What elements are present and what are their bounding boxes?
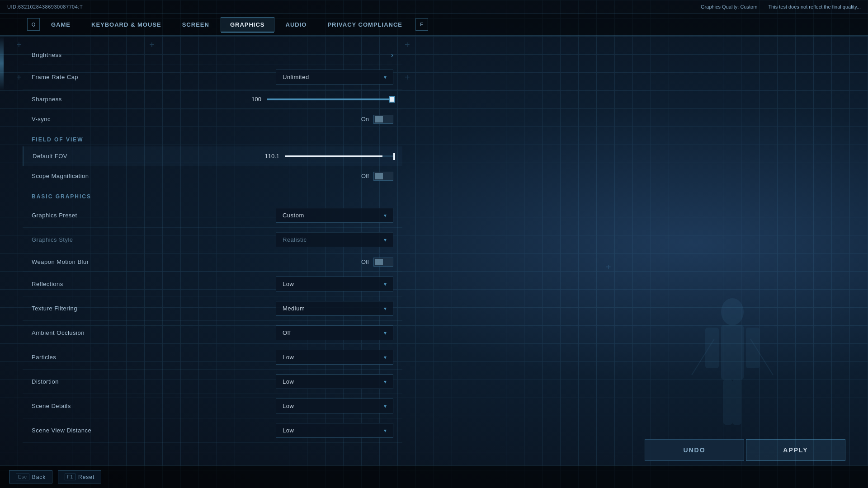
undo-button[interactable]: UNDO bbox=[645, 439, 744, 461]
graphics-style-label: Graphics Style bbox=[32, 236, 276, 243]
nav-icon-left[interactable]: Q bbox=[27, 18, 40, 31]
tab-privacy[interactable]: PRIVACY COMPLIANCE bbox=[318, 17, 412, 32]
scene-details-chevron-icon: ▾ bbox=[384, 403, 387, 409]
sharpness-label: Sharpness bbox=[32, 96, 245, 103]
distortion-row: Distortion Low ▾ bbox=[23, 370, 402, 394]
frame-rate-value: Unlimited bbox=[283, 74, 309, 80]
crosshair-top-left: + bbox=[16, 40, 22, 50]
graphics-style-chevron-icon: ▾ bbox=[384, 237, 387, 243]
graphics-preset-chevron-icon: ▾ bbox=[384, 212, 387, 219]
vsync-toggle-knob bbox=[375, 116, 383, 122]
texture-filtering-label: Texture Filtering bbox=[32, 305, 276, 312]
scope-label: Scope Magnification bbox=[32, 173, 361, 179]
sharpness-slider[interactable] bbox=[267, 99, 393, 100]
back-button[interactable]: Esc Back bbox=[9, 470, 52, 483]
fov-value: 110.1 bbox=[264, 153, 279, 160]
scope-toggle-knob bbox=[375, 173, 383, 179]
scene-details-row: Scene Details Low ▾ bbox=[23, 394, 402, 418]
weapon-blur-toggle[interactable] bbox=[373, 258, 393, 267]
crosshair-mid-right: + bbox=[405, 72, 410, 83]
sharpness-slider-container: 100 bbox=[245, 96, 393, 103]
main-container: + + + + + + UID:63210284386930087704:T G… bbox=[0, 0, 868, 488]
texture-filtering-value: Medium bbox=[283, 305, 305, 312]
weapon-blur-toggle-container: Off bbox=[361, 258, 393, 267]
particles-label: Particles bbox=[32, 354, 276, 361]
sharpness-value: 100 bbox=[245, 96, 261, 103]
scene-details-dropdown[interactable]: Low ▾ bbox=[276, 399, 393, 413]
reset-button[interactable]: F1 Reset bbox=[58, 470, 101, 483]
frame-rate-cap-row: Frame Rate Cap Unlimited ▾ bbox=[23, 65, 402, 89]
weapon-motion-blur-row: Weapon Motion Blur Off bbox=[23, 252, 402, 272]
tab-keyboard[interactable]: KEYBOARD & MOUSE bbox=[82, 17, 171, 32]
top-bar: UID:63210284386930087704:T Graphics Qual… bbox=[0, 0, 868, 14]
tab-graphics[interactable]: GRAPHICS bbox=[221, 17, 274, 32]
back-label: Back bbox=[32, 474, 46, 480]
particles-dropdown[interactable]: Low ▾ bbox=[276, 350, 393, 365]
vsync-row: V-sync On bbox=[23, 109, 402, 129]
weapon-blur-value: Off bbox=[361, 258, 369, 265]
graphics-style-row: Graphics Style Realistic ▾ bbox=[23, 228, 402, 252]
reflections-row: Reflections Low ▾ bbox=[23, 272, 402, 296]
default-fov-label: Default FOV bbox=[33, 153, 264, 160]
reflections-label: Reflections bbox=[32, 281, 276, 287]
ambient-occlusion-chevron-icon: ▾ bbox=[384, 330, 387, 336]
ambient-occlusion-dropdown[interactable]: Off ▾ bbox=[276, 325, 393, 340]
bottom-bar: Esc Back F1 Reset bbox=[0, 465, 868, 488]
scope-magnification-row: Scope Magnification Off bbox=[23, 166, 402, 186]
reflections-chevron-icon: ▾ bbox=[384, 281, 387, 287]
settings-panel: Brightness › Frame Rate Cap Unlimited ▾ … bbox=[23, 36, 402, 465]
reset-label: Reset bbox=[78, 474, 94, 480]
tab-game[interactable]: GAME bbox=[42, 17, 80, 32]
sharpness-fill bbox=[267, 99, 393, 100]
graphics-preset-dropdown[interactable]: Custom ▾ bbox=[276, 208, 393, 223]
texture-filtering-dropdown[interactable]: Medium ▾ bbox=[276, 301, 393, 316]
graphics-style-dropdown[interactable]: Realistic ▾ bbox=[276, 232, 393, 247]
quality-info: Graphics Quality: Custom This test does … bbox=[701, 4, 861, 9]
crosshair-top-right: + bbox=[405, 40, 410, 50]
frame-rate-dropdown[interactable]: Unlimited ▾ bbox=[276, 70, 393, 84]
fov-fill bbox=[285, 155, 382, 157]
svg-rect-3 bbox=[746, 328, 760, 368]
vsync-toggle-container: On bbox=[361, 115, 393, 124]
character-silhouette bbox=[687, 285, 778, 465]
scope-toggle[interactable] bbox=[373, 172, 393, 181]
weapon-blur-knob bbox=[375, 259, 383, 265]
reflections-dropdown[interactable]: Low ▾ bbox=[276, 277, 393, 291]
default-fov-row: Default FOV 110.1 bbox=[23, 146, 402, 166]
distortion-value: Low bbox=[283, 378, 294, 385]
distortion-dropdown[interactable]: Low ▾ bbox=[276, 374, 393, 389]
scene-view-distance-dropdown[interactable]: Low ▾ bbox=[276, 423, 393, 438]
weapon-blur-label: Weapon Motion Blur bbox=[32, 258, 361, 265]
tab-audio[interactable]: AUDIO bbox=[276, 17, 316, 32]
uid-text: UID:63210284386930087704:T bbox=[7, 4, 83, 9]
sharpness-thumb[interactable] bbox=[389, 96, 395, 103]
scene-view-distance-chevron-icon: ▾ bbox=[384, 427, 387, 434]
brightness-row[interactable]: Brightness › bbox=[23, 45, 402, 65]
frame-rate-label: Frame Rate Cap bbox=[32, 74, 276, 80]
particles-row: Particles Low ▾ bbox=[23, 345, 402, 370]
reflections-value: Low bbox=[283, 281, 294, 287]
quality-note: This test does not reflect the final qua… bbox=[768, 4, 861, 9]
svg-point-0 bbox=[721, 298, 744, 325]
scene-view-distance-label: Scene View Distance bbox=[32, 427, 276, 434]
apply-button[interactable]: APPLY bbox=[746, 439, 845, 461]
nav-tabs: Q GAME KEYBOARD & MOUSE SCREEN GRAPHICS … bbox=[0, 14, 868, 36]
frame-rate-chevron-icon: ▾ bbox=[384, 74, 387, 80]
fov-thumb[interactable] bbox=[393, 153, 395, 160]
fov-slider-container: 110.1 bbox=[264, 153, 393, 160]
tab-screen[interactable]: SCREEN bbox=[173, 17, 219, 32]
fov-slider[interactable] bbox=[285, 155, 393, 157]
nav-icon-right[interactable]: E bbox=[415, 18, 428, 31]
distortion-chevron-icon: ▾ bbox=[384, 379, 387, 385]
vsync-value: On bbox=[361, 116, 369, 122]
vsync-label: V-sync bbox=[32, 116, 361, 122]
brightness-chevron-icon: › bbox=[391, 51, 393, 59]
brightness-label: Brightness bbox=[32, 52, 391, 58]
vsync-toggle[interactable] bbox=[373, 115, 393, 124]
texture-filtering-chevron-icon: ▾ bbox=[384, 305, 387, 312]
graphics-quality-label: Graphics Quality: Custom bbox=[701, 4, 757, 9]
reset-key: F1 bbox=[65, 474, 75, 480]
scene-view-distance-value: Low bbox=[283, 427, 294, 434]
scope-toggle-container: Off bbox=[361, 172, 393, 181]
ambient-occlusion-value: Off bbox=[283, 329, 291, 336]
